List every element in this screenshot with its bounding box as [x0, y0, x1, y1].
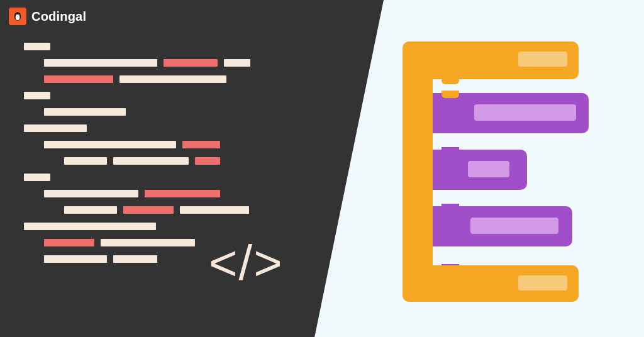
code-token [44, 75, 113, 83]
code-token [24, 223, 156, 230]
block-notch [441, 78, 459, 84]
brand-logo: Codingal [9, 8, 86, 25]
block-slot [468, 161, 509, 177]
code-line [24, 43, 288, 50]
block-notch [441, 91, 459, 98]
code-token [119, 75, 226, 83]
c-block-spine [402, 55, 433, 293]
code-token [44, 59, 157, 67]
code-token [182, 141, 220, 148]
block-slot [470, 218, 558, 234]
code-line [44, 141, 288, 148]
code-token [180, 206, 249, 214]
scratch-blocks-illustration [402, 41, 579, 293]
penguin-icon [9, 8, 26, 25]
code-line [64, 157, 288, 165]
code-token [113, 255, 157, 263]
code-line [24, 92, 288, 99]
brand-name: Codingal [31, 9, 86, 24]
block-slot [518, 275, 567, 290]
code-token [44, 141, 176, 148]
code-token [24, 174, 50, 181]
code-token [44, 255, 107, 263]
code-line [64, 206, 288, 214]
code-token [113, 157, 189, 165]
code-line [24, 223, 288, 230]
purple-block-3 [433, 206, 572, 246]
code-line [44, 190, 288, 197]
code-token [44, 190, 138, 197]
code-brackets-icon: </> [209, 248, 284, 278]
block-notch [441, 204, 459, 211]
code-token [145, 190, 220, 197]
code-line [44, 75, 288, 83]
code-token [24, 43, 50, 50]
code-token [64, 157, 107, 165]
code-token [101, 239, 195, 246]
code-token [44, 239, 94, 246]
svg-point-5 [18, 14, 19, 15]
code-token [195, 157, 220, 165]
code-token [24, 124, 87, 132]
code-line [44, 108, 288, 116]
code-token [24, 92, 50, 99]
svg-point-4 [16, 14, 17, 15]
block-slot [474, 104, 576, 121]
code-token [164, 59, 218, 67]
block-notch [441, 147, 459, 155]
code-line [24, 174, 288, 181]
code-token [123, 206, 174, 214]
purple-block-1 [433, 93, 589, 133]
code-token [64, 206, 117, 214]
code-token [44, 108, 126, 116]
code-line [24, 124, 288, 132]
block-slot [518, 52, 567, 67]
code-line [44, 59, 288, 67]
purple-block-2 [433, 150, 527, 190]
code-token [224, 59, 250, 67]
